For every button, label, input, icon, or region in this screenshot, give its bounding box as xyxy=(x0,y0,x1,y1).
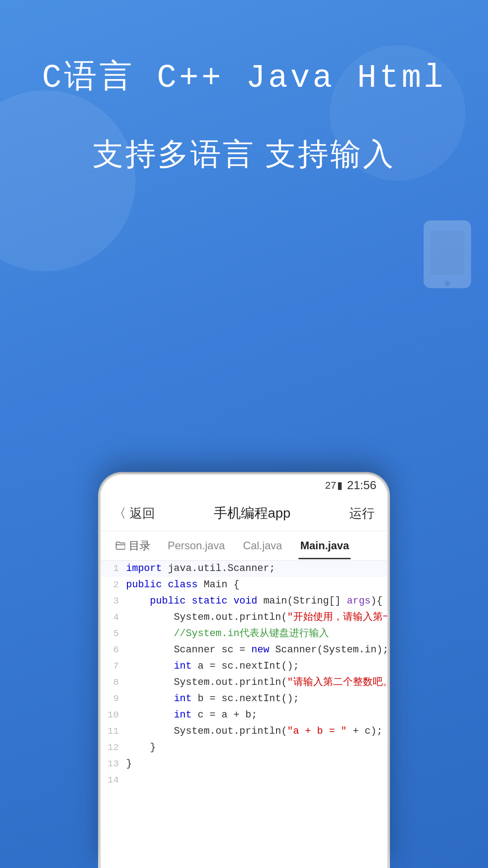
run-button[interactable]: 运行 xyxy=(349,505,375,522)
code-line-9: 9 int b = sc.nextInt(); xyxy=(101,691,387,707)
code-line-12: 12 } xyxy=(101,740,387,756)
line-number: 13 xyxy=(101,756,124,772)
code-content: System.out.println("请输入第二个整数吧。"); xyxy=(124,675,389,691)
folder-label: 目录 xyxy=(129,538,150,553)
code-editor[interactable]: 1 import java.util.Scanner; 2 public cla… xyxy=(101,561,387,868)
code-content: //System.in代表从键盘进行输入 xyxy=(124,626,387,642)
code-line-10: 10 int c = a + b; xyxy=(101,707,387,723)
code-line-11: 11 System.out.println("a + b = " + c); xyxy=(101,723,387,740)
line-number: 3 xyxy=(101,593,124,609)
line-number: 6 xyxy=(101,642,124,658)
tab-cal-java[interactable]: Cal.java xyxy=(235,532,291,559)
phone-mockup: 27▮ 21:56 〈 返回 手机编程app 运行 目录 Person.java xyxy=(99,473,389,868)
svg-rect-1 xyxy=(431,231,465,275)
code-content: } xyxy=(124,756,387,772)
code-content: int b = sc.nextInt(); xyxy=(124,691,387,707)
code-line-13: 13 } xyxy=(101,756,387,772)
line-number: 10 xyxy=(101,707,124,723)
battery-value: 27 xyxy=(325,480,336,491)
line-number: 5 xyxy=(101,626,124,642)
status-bar: 27▮ 21:56 xyxy=(101,475,387,496)
code-content: } xyxy=(124,740,387,756)
code-line-7: 7 int a = sc.nextInt(); xyxy=(101,658,387,675)
code-content: Scanner sc = new Scanner(System.in); xyxy=(124,642,389,658)
code-content: System.out.println("a + b = " + c); xyxy=(124,723,387,740)
code-line-2: 2 public class Main { xyxy=(101,577,387,593)
code-line-4: 4 System.out.println("开始使用，请输入第一个整数吧。"); xyxy=(101,609,387,626)
tab-folder[interactable]: 目录 xyxy=(108,531,158,560)
code-content: int a = sc.nextInt(); xyxy=(124,658,387,675)
code-content: System.out.println("开始使用，请输入第一个整数吧。"); xyxy=(124,609,389,626)
line-number: 11 xyxy=(101,723,124,740)
line-number: 9 xyxy=(101,691,124,707)
line-number: 1 xyxy=(101,561,124,577)
line-number: 8 xyxy=(101,675,124,691)
code-content: int c = a + b; xyxy=(124,707,387,723)
code-line-8: 8 System.out.println("请输入第二个整数吧。"); xyxy=(101,675,387,691)
app-title: 手机编程app xyxy=(214,504,291,523)
tab-label: Cal.java xyxy=(243,539,282,552)
line-number: 7 xyxy=(101,658,124,675)
tab-label: Main.java xyxy=(300,539,349,552)
line-number: 14 xyxy=(101,772,124,788)
svg-point-2 xyxy=(445,281,450,286)
line-number: 2 xyxy=(101,577,124,593)
code-content: import java.util.Scanner; xyxy=(124,561,387,577)
app-bar: 〈 返回 手机编程app 运行 xyxy=(101,496,387,531)
tab-main-java[interactable]: Main.java xyxy=(292,532,357,559)
tab-bar: 目录 Person.java Cal.java Main.java xyxy=(101,531,387,561)
line-number: 4 xyxy=(101,609,124,626)
status-time: 21:56 xyxy=(347,478,376,492)
code-line-1: 1 import java.util.Scanner; xyxy=(101,561,387,577)
bg-decoration-2 xyxy=(330,45,465,181)
code-content: public class Main { xyxy=(124,577,387,593)
phone-screen: 27▮ 21:56 〈 返回 手机编程app 运行 目录 Person.java xyxy=(99,473,389,868)
back-label: 〈 返回 xyxy=(113,505,155,522)
battery-indicator: 27▮ xyxy=(325,480,342,491)
code-line-3: 3 public static void main(String[] args)… xyxy=(101,593,387,609)
code-line-6: 6 Scanner sc = new Scanner(System.in); xyxy=(101,642,387,658)
tab-person-java[interactable]: Person.java xyxy=(160,532,233,559)
code-content: public static void main(String[] args){ xyxy=(124,593,387,609)
code-line-14: 14 xyxy=(101,772,387,788)
back-button[interactable]: 〈 返回 xyxy=(113,505,155,522)
tab-label: Person.java xyxy=(168,539,225,552)
line-number: 12 xyxy=(101,740,124,756)
bg-device-icon xyxy=(420,217,474,289)
code-line-5: 5 //System.in代表从键盘进行输入 xyxy=(101,626,387,642)
